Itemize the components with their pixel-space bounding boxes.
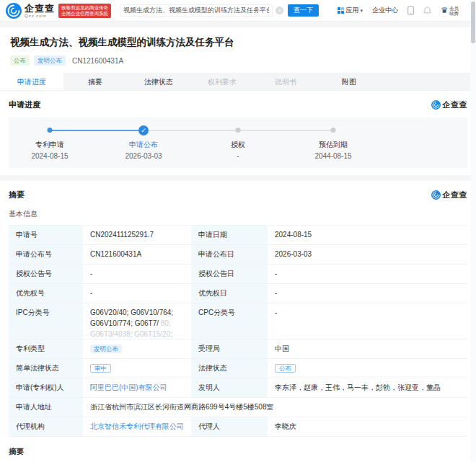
step-label: 授权: [195, 140, 281, 150]
field-label: 申请号: [9, 226, 83, 245]
field-label: 申请人地址: [9, 398, 83, 417]
type-badge: 发明公布: [34, 55, 66, 66]
header-right-nav: 应用 ▾ 企业中心 ♛ 会员 续费: [338, 6, 469, 16]
inventors-value: 李东泽，赵康，王伟，马一丰，彭勃，张迎亚，董晶: [268, 378, 467, 398]
field-label: 法律状态: [191, 359, 268, 378]
scrollbar-track: [470, 0, 476, 462]
top-header: 企查查 Qcc.com 致敬有远见的商业传奇 全国企业信用查询系统 × 查一下 …: [0, 0, 476, 22]
field-label: 代理机构: [9, 417, 83, 437]
field-label: 优先权号: [9, 284, 83, 303]
field-value: -: [268, 303, 467, 339]
field-label: 代理人: [191, 417, 268, 437]
field-value: -: [83, 284, 191, 303]
field-label: 授权公告号: [9, 265, 83, 284]
applicant-link[interactable]: 阿里巴巴(中国)有限公司: [90, 383, 167, 391]
field-value: 2026-03-03: [268, 245, 467, 265]
step-date: -: [195, 152, 281, 160]
step-label: 专利申请: [6, 140, 93, 150]
simple-legal-cell: 审中: [83, 359, 191, 378]
crown-icon: ♛: [441, 6, 448, 14]
caret-down-icon: ▾: [361, 8, 363, 14]
enterprise-center-link[interactable]: 企业中心: [372, 6, 398, 15]
patent-title-block: 视频生成方法、视频生成模型的训练方法及任务平台 公布 发明公布 CN121600…: [0, 27, 476, 73]
field-label: 授权公告日: [191, 265, 268, 284]
qcc-logo[interactable]: 企查查 Qcc.com: [6, 3, 55, 19]
field-label: CPC分类号: [191, 303, 268, 339]
field-value: 2024-08-15: [268, 226, 467, 245]
vip-label-line2: 续费: [449, 11, 459, 16]
field-value: CN202411125291.7: [83, 226, 191, 245]
patent-type-badge: 发明公布: [90, 345, 122, 353]
field-label: 发明人: [191, 378, 268, 398]
field-label: 申请公布日: [191, 245, 268, 265]
apps-menu[interactable]: 应用 ▾: [338, 6, 363, 15]
slogan-line2: 全国企业信用查询系统: [61, 11, 108, 17]
ipc-codes-cell: G06V20/40; G06V10/764; G06V10/774; G06T7…: [83, 303, 191, 339]
step-dot: [236, 128, 241, 133]
field-value: 中国: [268, 339, 467, 359]
patent-detail-page: 企查查 Qcc.com 致敬有远见的商业传奇 全国企业信用查询系统 × 查一下 …: [0, 0, 476, 462]
agent-value: 李晓庆: [268, 417, 467, 437]
progress-timeline: 专利申请 2024-08-15 ✓ 申请公布 2026-03-03 授权 - 预…: [9, 117, 467, 168]
field-value: CN121600431A: [83, 245, 191, 265]
legal-status-badge: 公布: [275, 364, 296, 373]
summary-label: 摘要: [0, 437, 476, 461]
field-value: -: [268, 284, 467, 303]
mobile-app-icon[interactable]: [407, 6, 414, 15]
qcc-watermark-icon: [431, 190, 441, 200]
qcc-watermark: 企查查: [431, 190, 468, 200]
tab-description: 说明书: [254, 73, 317, 90]
progress-section-header: 申请进度 企查查: [0, 91, 476, 116]
clear-search-icon[interactable]: ×: [276, 6, 283, 14]
check-circle-icon: ✓: [138, 125, 149, 136]
tab-legal-status[interactable]: 法律状态: [127, 73, 190, 90]
field-label: 简单法律状态: [9, 359, 83, 378]
slogan-badge: 致敬有远见的商业传奇 全国企业信用查询系统: [58, 4, 111, 18]
tab-bar: 申请进度 摘要 法律状态 权利要求 说明书 附图: [0, 73, 476, 91]
qcc-watermark: 企查查: [431, 99, 468, 110]
watermark-text: 企查查: [443, 190, 468, 200]
divider-band: [0, 22, 476, 27]
vip-renew-button[interactable]: ♛ 会员 续费: [441, 6, 459, 16]
tab-application-progress[interactable]: 申请进度: [0, 73, 63, 90]
field-label: 申请日期: [191, 226, 268, 245]
qcc-watermark-icon: [431, 100, 441, 110]
page-title: 视频生成方法、视频生成模型的训练方法及任务平台: [10, 36, 466, 49]
step-date: 2026-03-03: [100, 152, 187, 160]
field-label: 专利类型: [9, 339, 83, 359]
step-dot: [331, 128, 336, 133]
scrollbar-thumb[interactable]: [471, 1, 475, 43]
progress-section-title: 申请进度: [9, 99, 40, 110]
agency-cell: 北京智信禾专利代理有限公司: [83, 417, 191, 437]
search-input[interactable]: [120, 4, 273, 17]
field-label: 申请(专利权)人: [9, 378, 83, 398]
step-date: 2044-08-15: [290, 152, 376, 160]
field-label: IPC分类号: [9, 303, 83, 339]
apps-label: 应用: [346, 6, 359, 15]
applicant-address-value: 浙江省杭州市滨江区长河街道网商路699号4号楼5楼508室: [83, 398, 467, 417]
notification-bell-icon[interactable]: [423, 6, 431, 15]
simple-legal-badge: 审中: [90, 364, 111, 373]
agency-link[interactable]: 北京智信禾专利代理有限公司: [90, 422, 184, 430]
divider-band: [0, 175, 476, 181]
basic-info-subtitle: 基本信息: [0, 206, 476, 223]
applicant-cell: 阿里巴巴(中国)有限公司: [83, 378, 191, 398]
step-label: 申请公布: [100, 140, 187, 150]
logo-domain: Qcc.com: [25, 14, 55, 18]
legal-status-cell: 公布: [268, 359, 467, 378]
abstract-section-title: 摘要: [9, 190, 25, 200]
apps-grid-icon: [338, 7, 344, 14]
slogan-line1: 致敬有远见的商业传奇: [61, 5, 108, 11]
basic-info-table: 申请号 CN202411125291.7 申请日期 2024-08-15 申请公…: [9, 225, 467, 437]
step-label: 预估到期: [290, 140, 376, 150]
tab-claims: 权利要求: [190, 73, 254, 90]
logo-name: 企查查: [25, 4, 55, 13]
tab-abstract[interactable]: 摘要: [63, 73, 127, 90]
publication-number: CN121600431A: [72, 57, 123, 65]
search-box: × 查一下: [120, 4, 319, 17]
search-button[interactable]: 查一下: [288, 4, 319, 17]
vip-label-line1: 会员: [449, 6, 459, 11]
tab-drawings[interactable]: 附图: [317, 73, 381, 90]
step-date: 2024-08-15: [6, 152, 93, 160]
field-value: -: [268, 265, 467, 284]
